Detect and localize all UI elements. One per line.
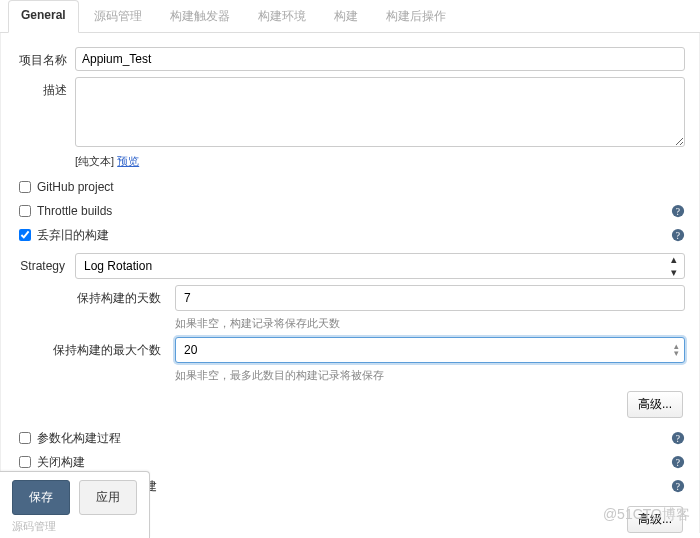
bottom-action-bar: 保存 应用 源码管理 [0, 471, 150, 538]
throttle-builds-checkbox[interactable] [19, 205, 31, 217]
svg-text:?: ? [676, 457, 680, 468]
keep-max-note: 如果非空，最多此数目的构建记录将被保存 [175, 368, 685, 383]
discard-old-label: 丢弃旧的构建 [37, 227, 109, 244]
plaintext-note: [纯文本] [75, 155, 114, 167]
discard-old-checkbox[interactable] [19, 229, 31, 241]
advanced-button-2[interactable]: 高级... [627, 506, 683, 533]
github-project-checkbox[interactable] [19, 181, 31, 193]
help-icon[interactable]: ? [671, 228, 685, 242]
keep-max-label: 保持构建的最大个数 [15, 337, 175, 359]
apply-button[interactable]: 应用 [79, 480, 137, 515]
stepper-icon[interactable]: ▴▾ [674, 343, 679, 357]
svg-text:?: ? [676, 230, 680, 241]
strategy-label: Strategy [15, 259, 75, 273]
throttle-builds-label: Throttle builds [37, 204, 112, 218]
help-icon[interactable]: ? [671, 431, 685, 445]
project-name-input[interactable] [75, 47, 685, 71]
keep-days-input[interactable] [175, 285, 685, 311]
help-icon[interactable]: ? [671, 479, 685, 493]
tab-build[interactable]: 构建 [321, 0, 371, 32]
tab-general[interactable]: General [8, 0, 79, 33]
svg-text:?: ? [676, 206, 680, 217]
save-button[interactable]: 保存 [12, 480, 70, 515]
help-icon[interactable]: ? [671, 455, 685, 469]
keep-days-label: 保持构建的天数 [15, 285, 175, 307]
description-label: 描述 [15, 77, 75, 99]
advanced-button[interactable]: 高级... [627, 391, 683, 418]
tab-triggers[interactable]: 构建触发器 [157, 0, 243, 32]
description-textarea[interactable] [75, 77, 685, 147]
parameterized-checkbox[interactable] [19, 432, 31, 444]
tab-scm[interactable]: 源码管理 [81, 0, 155, 32]
svg-text:?: ? [676, 433, 680, 444]
parameterized-label: 参数化构建过程 [37, 430, 121, 447]
svg-text:?: ? [676, 481, 680, 492]
keep-max-input[interactable] [175, 337, 685, 363]
strategy-select[interactable]: Log Rotation [75, 253, 685, 279]
preview-link[interactable]: 预览 [117, 155, 139, 167]
github-project-label: GitHub project [37, 180, 114, 194]
general-section: 项目名称 描述 [纯文本] 预览 GitHub project Throttle… [0, 33, 700, 533]
help-icon[interactable]: ? [671, 204, 685, 218]
keep-days-note: 如果非空，构建记录将保存此天数 [175, 316, 685, 331]
tab-bar: General 源码管理 构建触发器 构建环境 构建 构建后操作 [0, 0, 700, 33]
next-section-hint: 源码管理 [12, 519, 137, 534]
tab-env[interactable]: 构建环境 [245, 0, 319, 32]
project-name-label: 项目名称 [15, 47, 75, 69]
tab-post[interactable]: 构建后操作 [373, 0, 459, 32]
disable-build-checkbox[interactable] [19, 456, 31, 468]
disable-build-label: 关闭构建 [37, 454, 85, 471]
